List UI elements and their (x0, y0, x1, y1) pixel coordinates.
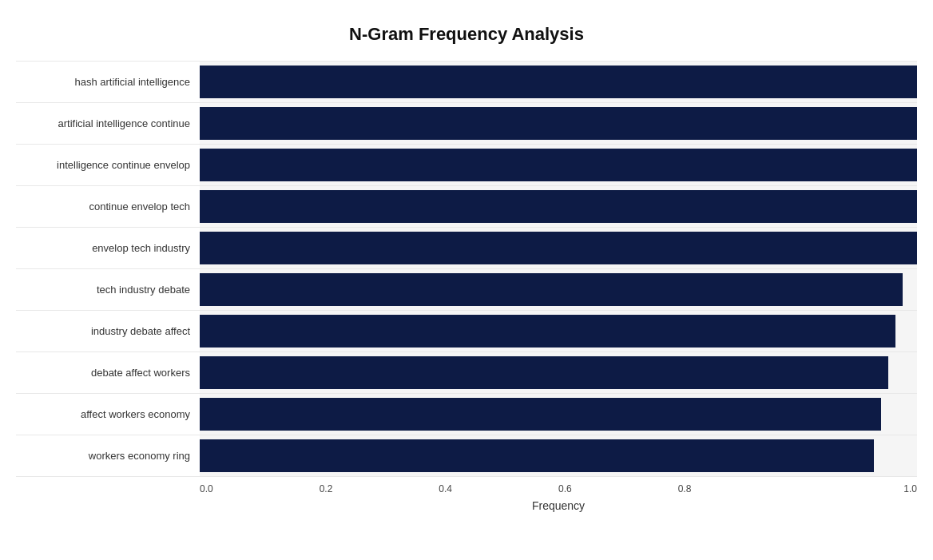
bar-row: industry debate affect (16, 310, 917, 351)
chart-title: N-Gram Frequency Analysis (16, 16, 917, 45)
bar-row: continue envelop tech (16, 185, 917, 227)
chart-area: hash artificial intelligenceartificial i… (16, 61, 917, 512)
bar-label: tech industry debate (16, 284, 200, 296)
bar-label: artificial intelligence continue (16, 117, 200, 129)
x-tick: 1.0 (797, 483, 917, 494)
bar-wrapper (200, 435, 917, 476)
bar (200, 149, 917, 181)
chart-container: N-Gram Frequency Analysis hash artificia… (0, 0, 933, 560)
bar (200, 190, 917, 223)
bar-wrapper (200, 352, 917, 393)
bars-section: hash artificial intelligenceartificial i… (16, 61, 917, 477)
bar-label: continue envelop tech (16, 201, 200, 212)
bar-label: affect workers economy (16, 408, 200, 420)
bar-row: debate affect workers (16, 351, 917, 393)
bar-label: hash artificial intelligence (16, 76, 200, 88)
x-axis-label: Frequency (200, 499, 917, 512)
bar-row: artificial intelligence continue (16, 102, 917, 144)
bar-wrapper (200, 62, 917, 102)
bar-row: tech industry debate (16, 268, 917, 310)
x-tick: 0.6 (558, 483, 678, 494)
x-tick: 0.0 (200, 483, 320, 494)
bar-wrapper (200, 394, 917, 435)
x-axis: 0.00.20.40.60.81.0 (200, 483, 917, 494)
bar-label: industry debate affect (16, 325, 200, 337)
bar (200, 398, 881, 431)
bar-row: affect workers economy (16, 393, 917, 435)
x-tick: 0.2 (320, 483, 439, 494)
bar-row: envelop tech industry (16, 227, 917, 268)
bar (200, 232, 917, 264)
bar-label: intelligence continue envelop (16, 159, 200, 171)
bar-wrapper (200, 145, 917, 185)
x-tick: 0.8 (678, 483, 798, 494)
bar-wrapper (200, 228, 917, 268)
bar-label: workers economy ring (16, 450, 200, 462)
bar-row: hash artificial intelligence (16, 61, 917, 102)
bar-label: debate affect workers (16, 367, 200, 379)
bar-row: intelligence continue envelop (16, 144, 917, 185)
bar (200, 315, 895, 348)
bar-wrapper (200, 186, 917, 227)
bar-wrapper (200, 103, 917, 144)
bar (200, 356, 888, 389)
bar (200, 66, 917, 98)
bar-wrapper (200, 269, 917, 310)
bar (200, 273, 903, 306)
bar (200, 107, 917, 140)
bar-row: workers economy ring (16, 435, 917, 477)
bar-label: envelop tech industry (16, 242, 200, 254)
bar (200, 439, 874, 472)
bar-wrapper (200, 311, 917, 351)
x-tick: 0.4 (439, 483, 558, 494)
